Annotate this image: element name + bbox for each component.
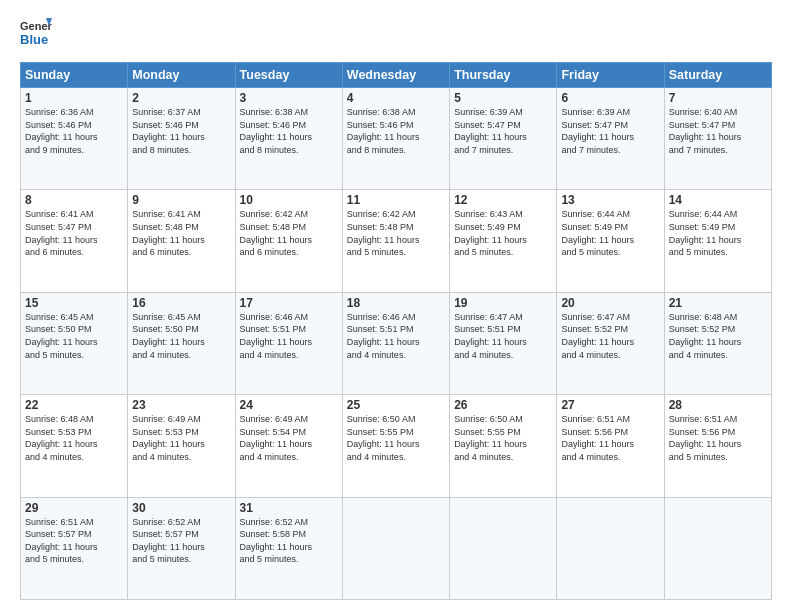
week-row-1: 1 Sunrise: 6:36 AMSunset: 5:46 PMDayligh…	[21, 88, 772, 190]
svg-text:General: General	[20, 20, 52, 32]
header-thursday: Thursday	[450, 63, 557, 88]
day-number: 25	[347, 398, 445, 412]
logo: General Blue	[20, 16, 52, 52]
day-info: Sunrise: 6:44 AMSunset: 5:49 PMDaylight:…	[561, 208, 659, 258]
day-cell-1: 1 Sunrise: 6:36 AMSunset: 5:46 PMDayligh…	[21, 88, 128, 190]
day-info: Sunrise: 6:46 AMSunset: 5:51 PMDaylight:…	[240, 311, 338, 361]
header-friday: Friday	[557, 63, 664, 88]
header-sunday: Sunday	[21, 63, 128, 88]
day-cell-15: 15 Sunrise: 6:45 AMSunset: 5:50 PMDaylig…	[21, 292, 128, 394]
day-cell-16: 16 Sunrise: 6:45 AMSunset: 5:50 PMDaylig…	[128, 292, 235, 394]
day-info: Sunrise: 6:49 AMSunset: 5:53 PMDaylight:…	[132, 413, 230, 463]
empty-cell	[557, 497, 664, 599]
day-cell-7: 7 Sunrise: 6:40 AMSunset: 5:47 PMDayligh…	[664, 88, 771, 190]
day-cell-14: 14 Sunrise: 6:44 AMSunset: 5:49 PMDaylig…	[664, 190, 771, 292]
week-row-4: 22 Sunrise: 6:48 AMSunset: 5:53 PMDaylig…	[21, 395, 772, 497]
header-monday: Monday	[128, 63, 235, 88]
day-cell-20: 20 Sunrise: 6:47 AMSunset: 5:52 PMDaylig…	[557, 292, 664, 394]
day-info: Sunrise: 6:51 AMSunset: 5:56 PMDaylight:…	[561, 413, 659, 463]
day-info: Sunrise: 6:45 AMSunset: 5:50 PMDaylight:…	[132, 311, 230, 361]
day-info: Sunrise: 6:48 AMSunset: 5:52 PMDaylight:…	[669, 311, 767, 361]
day-number: 10	[240, 193, 338, 207]
day-info: Sunrise: 6:50 AMSunset: 5:55 PMDaylight:…	[347, 413, 445, 463]
day-cell-29: 29 Sunrise: 6:51 AMSunset: 5:57 PMDaylig…	[21, 497, 128, 599]
day-info: Sunrise: 6:45 AMSunset: 5:50 PMDaylight:…	[25, 311, 123, 361]
day-number: 9	[132, 193, 230, 207]
day-cell-19: 19 Sunrise: 6:47 AMSunset: 5:51 PMDaylig…	[450, 292, 557, 394]
day-number: 3	[240, 91, 338, 105]
header-wednesday: Wednesday	[342, 63, 449, 88]
day-number: 30	[132, 501, 230, 515]
header-tuesday: Tuesday	[235, 63, 342, 88]
day-info: Sunrise: 6:39 AMSunset: 5:47 PMDaylight:…	[454, 106, 552, 156]
page: General Blue SundayMondayTuesdayWednesda…	[0, 0, 792, 612]
day-info: Sunrise: 6:39 AMSunset: 5:47 PMDaylight:…	[561, 106, 659, 156]
day-number: 26	[454, 398, 552, 412]
day-number: 4	[347, 91, 445, 105]
day-number: 21	[669, 296, 767, 310]
day-cell-8: 8 Sunrise: 6:41 AMSunset: 5:47 PMDayligh…	[21, 190, 128, 292]
day-number: 27	[561, 398, 659, 412]
day-info: Sunrise: 6:41 AMSunset: 5:47 PMDaylight:…	[25, 208, 123, 258]
day-info: Sunrise: 6:38 AMSunset: 5:46 PMDaylight:…	[240, 106, 338, 156]
day-number: 7	[669, 91, 767, 105]
day-info: Sunrise: 6:44 AMSunset: 5:49 PMDaylight:…	[669, 208, 767, 258]
day-cell-2: 2 Sunrise: 6:37 AMSunset: 5:46 PMDayligh…	[128, 88, 235, 190]
day-cell-5: 5 Sunrise: 6:39 AMSunset: 5:47 PMDayligh…	[450, 88, 557, 190]
day-info: Sunrise: 6:50 AMSunset: 5:55 PMDaylight:…	[454, 413, 552, 463]
day-cell-12: 12 Sunrise: 6:43 AMSunset: 5:49 PMDaylig…	[450, 190, 557, 292]
day-number: 8	[25, 193, 123, 207]
calendar: SundayMondayTuesdayWednesdayThursdayFrid…	[20, 62, 772, 600]
day-number: 24	[240, 398, 338, 412]
day-info: Sunrise: 6:36 AMSunset: 5:46 PMDaylight:…	[25, 106, 123, 156]
day-info: Sunrise: 6:41 AMSunset: 5:48 PMDaylight:…	[132, 208, 230, 258]
day-cell-30: 30 Sunrise: 6:52 AMSunset: 5:57 PMDaylig…	[128, 497, 235, 599]
day-info: Sunrise: 6:37 AMSunset: 5:46 PMDaylight:…	[132, 106, 230, 156]
day-cell-4: 4 Sunrise: 6:38 AMSunset: 5:46 PMDayligh…	[342, 88, 449, 190]
day-number: 1	[25, 91, 123, 105]
day-number: 15	[25, 296, 123, 310]
day-cell-17: 17 Sunrise: 6:46 AMSunset: 5:51 PMDaylig…	[235, 292, 342, 394]
day-cell-31: 31 Sunrise: 6:52 AMSunset: 5:58 PMDaylig…	[235, 497, 342, 599]
empty-cell	[664, 497, 771, 599]
day-number: 2	[132, 91, 230, 105]
day-cell-21: 21 Sunrise: 6:48 AMSunset: 5:52 PMDaylig…	[664, 292, 771, 394]
day-info: Sunrise: 6:47 AMSunset: 5:51 PMDaylight:…	[454, 311, 552, 361]
day-info: Sunrise: 6:51 AMSunset: 5:56 PMDaylight:…	[669, 413, 767, 463]
day-info: Sunrise: 6:42 AMSunset: 5:48 PMDaylight:…	[240, 208, 338, 258]
week-row-3: 15 Sunrise: 6:45 AMSunset: 5:50 PMDaylig…	[21, 292, 772, 394]
header-saturday: Saturday	[664, 63, 771, 88]
day-info: Sunrise: 6:46 AMSunset: 5:51 PMDaylight:…	[347, 311, 445, 361]
day-number: 14	[669, 193, 767, 207]
day-info: Sunrise: 6:48 AMSunset: 5:53 PMDaylight:…	[25, 413, 123, 463]
day-info: Sunrise: 6:52 AMSunset: 5:58 PMDaylight:…	[240, 516, 338, 566]
day-info: Sunrise: 6:38 AMSunset: 5:46 PMDaylight:…	[347, 106, 445, 156]
week-row-5: 29 Sunrise: 6:51 AMSunset: 5:57 PMDaylig…	[21, 497, 772, 599]
day-number: 18	[347, 296, 445, 310]
day-number: 28	[669, 398, 767, 412]
day-info: Sunrise: 6:42 AMSunset: 5:48 PMDaylight:…	[347, 208, 445, 258]
day-cell-23: 23 Sunrise: 6:49 AMSunset: 5:53 PMDaylig…	[128, 395, 235, 497]
calendar-header-row: SundayMondayTuesdayWednesdayThursdayFrid…	[21, 63, 772, 88]
day-number: 31	[240, 501, 338, 515]
day-info: Sunrise: 6:43 AMSunset: 5:49 PMDaylight:…	[454, 208, 552, 258]
day-cell-9: 9 Sunrise: 6:41 AMSunset: 5:48 PMDayligh…	[128, 190, 235, 292]
day-info: Sunrise: 6:49 AMSunset: 5:54 PMDaylight:…	[240, 413, 338, 463]
empty-cell	[450, 497, 557, 599]
day-number: 12	[454, 193, 552, 207]
day-cell-11: 11 Sunrise: 6:42 AMSunset: 5:48 PMDaylig…	[342, 190, 449, 292]
day-cell-13: 13 Sunrise: 6:44 AMSunset: 5:49 PMDaylig…	[557, 190, 664, 292]
day-info: Sunrise: 6:40 AMSunset: 5:47 PMDaylight:…	[669, 106, 767, 156]
day-number: 22	[25, 398, 123, 412]
day-info: Sunrise: 6:51 AMSunset: 5:57 PMDaylight:…	[25, 516, 123, 566]
day-cell-22: 22 Sunrise: 6:48 AMSunset: 5:53 PMDaylig…	[21, 395, 128, 497]
empty-cell	[342, 497, 449, 599]
logo-icon: General Blue	[20, 16, 52, 52]
day-cell-26: 26 Sunrise: 6:50 AMSunset: 5:55 PMDaylig…	[450, 395, 557, 497]
day-cell-10: 10 Sunrise: 6:42 AMSunset: 5:48 PMDaylig…	[235, 190, 342, 292]
svg-text:Blue: Blue	[20, 32, 48, 47]
header: General Blue	[20, 16, 772, 52]
day-number: 19	[454, 296, 552, 310]
day-cell-28: 28 Sunrise: 6:51 AMSunset: 5:56 PMDaylig…	[664, 395, 771, 497]
day-number: 5	[454, 91, 552, 105]
